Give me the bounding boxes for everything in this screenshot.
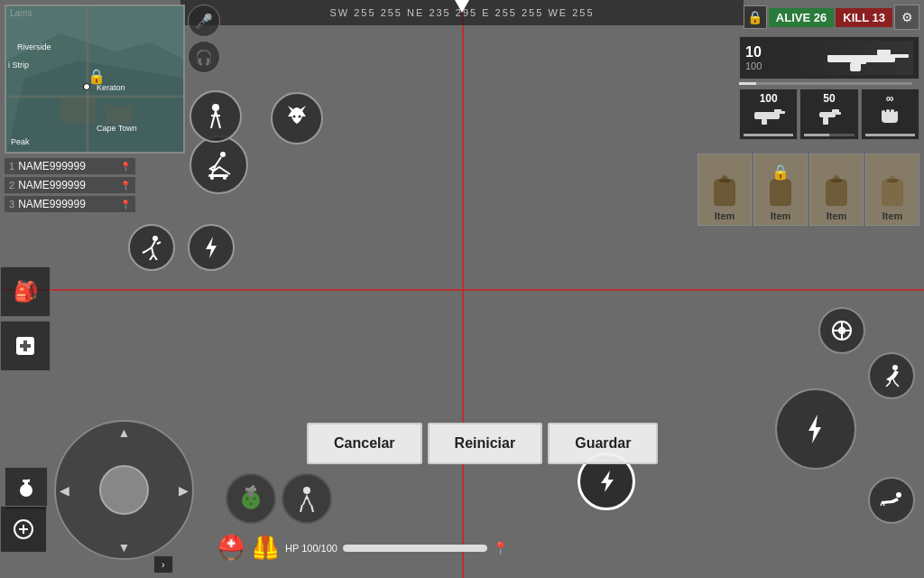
joystick-right[interactable]: ▶ — [179, 483, 189, 498]
person-button[interactable] — [282, 473, 332, 524]
svg-marker-53 — [601, 471, 614, 492]
weapon-main-image — [776, 41, 913, 75]
joystick-container: ▲ ▼ ◀ ▶ — [54, 420, 194, 560]
weapon-pistol-slot[interactable]: 50 — [799, 89, 858, 140]
weapon-secondary-slot[interactable]: 100 — [739, 89, 798, 140]
joystick-down[interactable]: ▼ — [118, 540, 131, 555]
medkit-button[interactable] — [0, 321, 51, 371]
minimap-label-istrip: i Strip — [8, 61, 29, 70]
svg-rect-40 — [886, 109, 890, 115]
inventory-slot-4[interactable]: Item — [865, 154, 919, 226]
svg-rect-39 — [882, 110, 885, 116]
svg-rect-29 — [859, 59, 866, 64]
joystick-up[interactable]: ▲ — [118, 425, 131, 440]
svg-rect-37 — [836, 112, 841, 115]
dialog-buttons: Cancelar Reiniciar Guardar — [307, 423, 658, 464]
lightning-action-button[interactable] — [188, 224, 235, 271]
minimap-player-dot — [83, 83, 90, 90]
hp-bar-track — [343, 545, 487, 552]
svg-rect-27 — [827, 55, 845, 60]
svg-point-60 — [250, 503, 253, 506]
bottom-center-items — [226, 473, 332, 524]
helmet-icon: ⛑️ — [217, 534, 245, 562]
weapon-melee-slot[interactable]: ∞ — [861, 89, 919, 140]
player-row: 1 NAME999999 📍 — [5, 158, 135, 174]
svg-marker-15 — [206, 237, 217, 258]
svg-rect-33 — [780, 111, 785, 114]
scope-button[interactable] — [818, 307, 865, 354]
settings-button[interactable]: ⚙ — [894, 5, 919, 30]
svg-point-8 — [299, 116, 301, 118]
compass-pointer — [455, 0, 469, 13]
gear-panel: 🎒 — [0, 266, 51, 371]
cat-action-button[interactable] — [271, 92, 323, 144]
mic-button[interactable]: 🎤 — [188, 5, 220, 37]
svg-point-7 — [293, 116, 296, 118]
grenade-panel — [5, 467, 48, 510]
minimap-label-capetown: Cape Town — [97, 124, 137, 133]
inventory-slot-3[interactable]: Item — [809, 154, 864, 226]
svg-point-59 — [254, 498, 256, 500]
hp-pin-icon: 📍 — [493, 541, 508, 555]
svg-rect-32 — [762, 119, 767, 125]
stand-action-button[interactable] — [189, 90, 242, 143]
crosshair-horizontal — [0, 289, 924, 291]
svg-rect-3 — [60, 97, 97, 124]
attack-button[interactable] — [775, 388, 856, 470]
minimap: Lams 🔒 Riverside Keraton Cape Town Peak … — [5, 5, 185, 154]
svg-rect-18 — [20, 344, 31, 348]
player-row: 2 NAME999999 📍 — [5, 177, 135, 193]
restart-button[interactable]: Reiniciar — [428, 423, 543, 464]
svg-point-9 — [220, 152, 226, 157]
stats-bar: 🔒 ALIVE 26 KILL 13 ⚙ — [744, 5, 919, 30]
weapon-secondary-icon — [753, 105, 785, 132]
svg-rect-43 — [719, 179, 730, 182]
headphone-button[interactable]: 🎧 — [188, 41, 220, 73]
svg-marker-50 — [808, 415, 821, 443]
svg-rect-56 — [245, 488, 256, 491]
kill-badge: KILL 13 — [836, 8, 892, 27]
svg-point-52 — [896, 492, 901, 498]
bomb-button[interactable] — [226, 473, 276, 524]
vest-icon: 🦺 — [251, 534, 280, 562]
joystick-thumb[interactable] — [99, 465, 149, 515]
backpack-button[interactable]: 🎒 — [0, 266, 51, 317]
minimap-label-keraton: Keraton — [97, 83, 125, 92]
cancel-button[interactable]: Cancelar — [307, 423, 422, 464]
save-button[interactable]: Guardar — [548, 423, 658, 464]
svg-rect-44 — [831, 179, 842, 182]
item-slot-left[interactable] — [0, 506, 47, 553]
svg-point-12 — [223, 176, 226, 180]
joystick-left[interactable]: ◀ — [60, 483, 69, 498]
expand-button[interactable]: › — [153, 555, 173, 573]
inventory-lock-icon: 🔒 — [772, 163, 790, 181]
svg-line-57 — [251, 486, 254, 488]
hp-bar-fill — [343, 545, 487, 552]
joystick[interactable]: ▲ ▼ ◀ ▶ — [54, 420, 194, 560]
minimap-label-riverside: Riverside — [17, 42, 51, 51]
weapon-melee-icon — [876, 105, 903, 132]
weapon-secondary-row: 100 50 — [739, 89, 919, 140]
player-list: 1 NAME999999 📍 2 NAME999999 📍 3 NAME9999… — [5, 158, 135, 215]
crouch-button[interactable] — [868, 352, 915, 399]
inventory-slot-1[interactable]: Item — [698, 154, 752, 226]
svg-rect-28 — [891, 54, 909, 58]
prone-button[interactable] — [868, 477, 915, 524]
weapon-main-slot[interactable]: 10 100 — [739, 36, 919, 79]
audio-controls: 🎤 🎧 — [188, 5, 220, 73]
inventory-slots: Item 🔒 Item Item Item — [698, 154, 919, 226]
grenade-button[interactable] — [5, 467, 48, 510]
svg-point-51 — [892, 365, 898, 370]
svg-point-13 — [212, 104, 219, 111]
inventory-slot-2[interactable]: 🔒 Item — [753, 154, 808, 226]
hp-bar-area: ⛑️ 🦺 HP 100/100 📍 — [217, 534, 508, 562]
alive-badge: ALIVE 26 — [769, 8, 834, 27]
lock-icon: 🔒 — [744, 5, 767, 29]
svg-rect-4 — [106, 106, 133, 124]
run-action-button[interactable] — [128, 224, 175, 271]
minimap-label-peak: Peak — [11, 137, 30, 146]
svg-rect-41 — [891, 109, 894, 115]
svg-point-58 — [246, 498, 249, 500]
player-row: 3 NAME999999 📍 — [5, 196, 135, 212]
slide-action-button[interactable] — [189, 135, 248, 194]
